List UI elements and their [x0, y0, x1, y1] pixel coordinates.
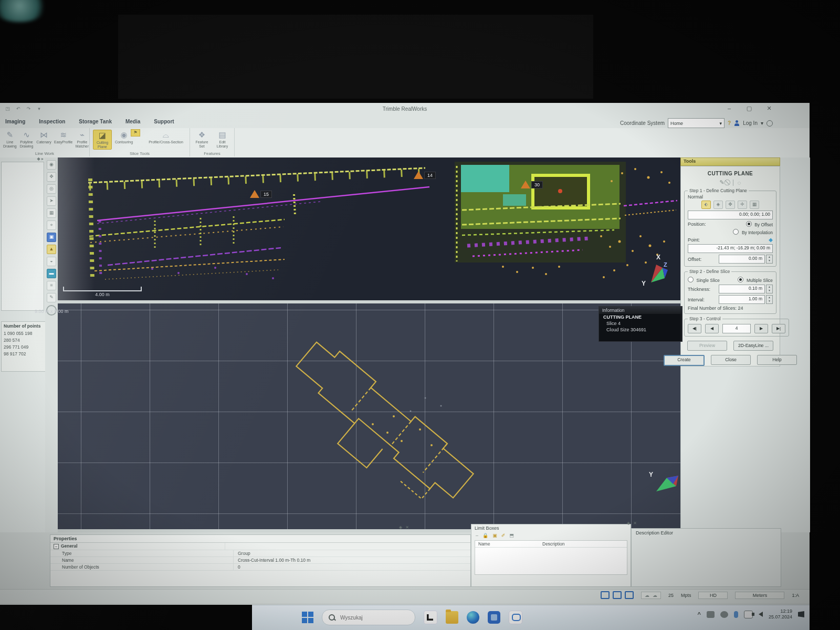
minimize-button[interactable]: –: [726, 105, 733, 112]
windows-start-button[interactable]: [302, 612, 313, 623]
next-slice-button[interactable]: ▶: [754, 324, 768, 333]
column-description[interactable]: Description: [539, 541, 568, 547]
render-tool-icon[interactable]: ▬: [47, 269, 56, 278]
current-slice-field[interactable]: 4: [722, 324, 751, 333]
point-value-field[interactable]: -21.43 m; -16.29 m; 0.00 m: [688, 244, 773, 253]
speaker-icon[interactable]: [759, 612, 763, 617]
edit-plane-icon[interactable]: ✎: [720, 179, 724, 186]
display-tool-icon[interactable]: ▣: [47, 233, 56, 242]
previous-slice-button[interactable]: ◀: [705, 324, 719, 333]
collapse-icon[interactable]: –: [54, 544, 59, 549]
station-marker-15[interactable]: 15: [250, 190, 272, 198]
interval-spinner[interactable]: ▲ ▼: [766, 295, 773, 304]
interval-field[interactable]: 1.00 m: [719, 295, 765, 304]
login-dropdown-icon[interactable]: ▾: [761, 120, 763, 126]
by-offset-radio[interactable]: [746, 221, 752, 227]
panel-close-icon[interactable]: ✕: [633, 521, 637, 526]
tray-overflow-icon[interactable]: ^: [698, 611, 701, 617]
tab-storage-tank[interactable]: Storage Tank: [79, 119, 112, 124]
normal-preset-icon[interactable]: ⬖: [701, 201, 711, 209]
offset-field[interactable]: 0.00 m: [719, 255, 765, 264]
normal-value-field[interactable]: 0.00; 0.00; 1.00: [688, 211, 773, 219]
first-slice-button[interactable]: ◀|: [688, 324, 701, 333]
view-3d[interactable]: 15 14 30 4.00 m X Z: [58, 158, 680, 300]
offset-spinner[interactable]: ▲ ▼: [766, 255, 773, 264]
panel-controls[interactable]: ◈ ✕: [627, 521, 637, 526]
cloud-display-icon[interactable]: ☁: [645, 593, 649, 598]
station-marker-14[interactable]: 14: [414, 171, 436, 179]
single-slice-radio[interactable]: [688, 277, 694, 282]
by-interpolation-radio[interactable]: [733, 229, 739, 235]
layout-split-icon[interactable]: [613, 591, 622, 599]
settings-icon[interactable]: [766, 120, 773, 127]
export-limit-box-icon[interactable]: ⬒: [509, 533, 514, 538]
segment-tool-icon[interactable]: ▦: [47, 208, 56, 218]
workspace-tree[interactable]: [1, 162, 44, 311]
polyline-drawing-button[interactable]: ∿ Polyline Drawing: [20, 130, 34, 149]
create-button[interactable]: Create: [664, 355, 705, 366]
draw-limit-box-icon[interactable]: ✐: [501, 533, 506, 538]
tab-media[interactable]: Media: [125, 119, 140, 124]
close-button[interactable]: ✕: [765, 105, 773, 112]
column-name[interactable]: Name: [475, 541, 539, 547]
tray-app-icon[interactable]: [720, 611, 728, 618]
catenary-button[interactable]: ⋈ Catenary: [36, 130, 51, 149]
units-indicator[interactable]: Meters: [735, 592, 784, 599]
view-2d[interactable]: Y X: [58, 303, 680, 529]
help-button[interactable]: Help: [757, 355, 797, 365]
layer-tool-icon[interactable]: ≡: [47, 281, 56, 290]
remove-icon[interactable]: –: [476, 533, 478, 538]
property-value[interactable]: Cross-Cut-Interval 1.00 m-Th 0.10 m: [234, 557, 470, 563]
station-marker-30[interactable]: 30: [521, 181, 543, 188]
zoom-tool-icon[interactable]: ◎: [47, 184, 56, 194]
search-input[interactable]: [339, 614, 394, 621]
panel-close-icon[interactable]: ✕: [405, 525, 409, 530]
coordinate-system-select[interactable]: Home ▾: [668, 118, 724, 128]
property-value[interactable]: Group: [234, 550, 470, 556]
tab-inspection[interactable]: Inspection: [39, 119, 65, 124]
normal-pick-icon[interactable]: ✛: [738, 201, 747, 209]
notification-icon[interactable]: [798, 611, 804, 617]
reset-plane-icon[interactable]: ◌: [738, 180, 741, 186]
taskbar-search[interactable]: [322, 610, 415, 625]
easyline-button[interactable]: 2D-EasyLine ...: [733, 341, 773, 351]
multiple-slice-radio[interactable]: [738, 277, 743, 282]
chat-app-icon[interactable]: [509, 611, 522, 624]
normal-axis-icon[interactable]: ◈: [713, 201, 723, 209]
preview-button[interactable]: Preview: [687, 341, 727, 351]
pan-tool-icon[interactable]: ✥: [47, 172, 56, 182]
panel-pop-icon[interactable]: ◈: [399, 525, 402, 530]
app-icon-desktop[interactable]: [424, 611, 437, 624]
normal-screen-icon[interactable]: ▦: [750, 201, 759, 209]
panel-pop-icon[interactable]: ◈: [627, 521, 630, 526]
properties-header[interactable]: Properties: [50, 535, 470, 543]
cutting-plane-button[interactable]: ◪ Cutting Plane: [93, 130, 112, 150]
lock-icon[interactable]: 🔒: [482, 533, 488, 538]
file-explorer-icon[interactable]: [446, 611, 458, 624]
last-slice-button[interactable]: ▶|: [772, 324, 785, 333]
tools-panel-header[interactable]: Tools: [680, 158, 780, 166]
property-value[interactable]: 0: [234, 564, 470, 570]
profile-cross-section-button[interactable]: ⌓ Profile/Cross-Section: [145, 130, 186, 150]
store-app-icon[interactable]: [488, 611, 500, 624]
contouring-button[interactable]: ◉ Contouring: [115, 130, 133, 150]
new-limit-box-icon[interactable]: ▣: [492, 533, 497, 538]
normal-fit-icon[interactable]: ✥: [726, 201, 735, 209]
thickness-field[interactable]: 0.10 m: [719, 285, 765, 293]
cloud-quality-icon[interactable]: ☁: [653, 593, 657, 598]
onedrive-icon[interactable]: [707, 611, 715, 618]
login-button[interactable]: Log In: [743, 120, 758, 126]
workspace-pin-icon[interactable]: ◆ ▸: [37, 156, 44, 161]
line-drawing-button[interactable]: ✎ Line Drawing: [3, 130, 17, 149]
camera-tool-icon[interactable]: ◒: [47, 257, 56, 266]
pick-point-icon[interactable]: ◆: [769, 237, 773, 243]
tab-imaging[interactable]: Imaging: [5, 119, 25, 124]
measure-tool-icon[interactable]: ⌖: [47, 220, 56, 230]
profile-matcher-button[interactable]: ⌁ Profile Matcher: [76, 130, 89, 149]
tab-support[interactable]: Support: [154, 119, 174, 124]
help-icon[interactable]: ?: [728, 120, 731, 126]
edit-library-button[interactable]: ▤ Edit Library: [214, 130, 231, 149]
microphone-icon[interactable]: [734, 611, 738, 618]
easyprofile-button[interactable]: ≋ EasyProfile: [55, 130, 72, 149]
orbit-tool-icon[interactable]: ◉: [47, 160, 56, 170]
